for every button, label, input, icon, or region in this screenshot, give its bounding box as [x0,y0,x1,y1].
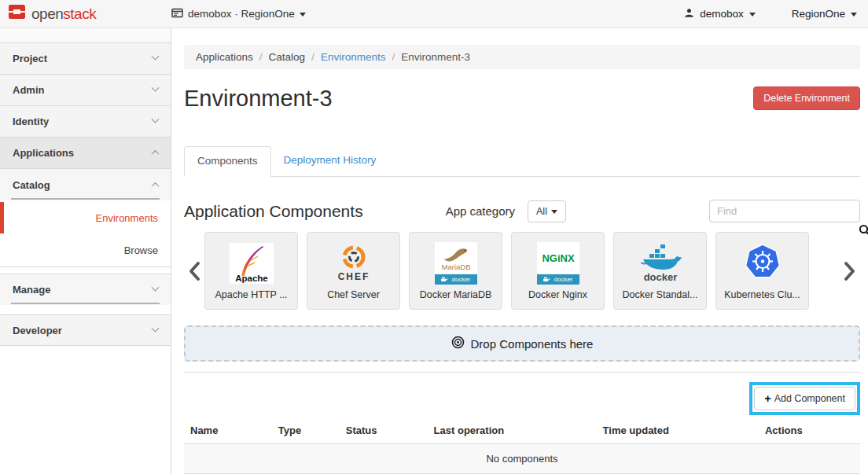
sidebar-top-strip [0,28,171,43]
add-component-button[interactable]: + Add Component [754,387,855,410]
svg-text:docker: docker [643,271,677,283]
tile-label: Docker Standal... [623,289,698,300]
sidebar-item-label: Browse [124,244,158,256]
svg-text:NGiNX: NGiNX [542,252,575,264]
search-icon[interactable] [859,224,868,240]
carousel-prev-button[interactable] [184,261,204,281]
carousel-next-button[interactable] [840,261,860,281]
app-category-dropdown[interactable]: All [528,200,566,222]
svg-text:MariaDB: MariaDB [441,263,470,271]
docker-strip: docker [435,274,477,285]
nginx-docker-logo-icon: NGiNX docker [537,241,579,285]
context-label: demobox · RegionOne [188,8,295,20]
chevron-up-icon [152,182,160,189]
column-header-time-updated: Time updated [597,417,759,444]
docker-strip-label: docker [451,276,470,283]
svg-text:Apache: Apache [235,274,268,283]
component-tile-kubernetes[interactable]: Kubernetes Clu... [715,232,809,310]
column-header-type: Type [272,417,340,444]
add-component-label: Add Component [774,393,845,404]
tab-bar: Components Deployment History [184,146,860,177]
column-header-status: Status [340,417,428,444]
column-header-last-operation: Last operation [428,417,597,444]
sidebar-item-label: Environments [96,212,158,224]
table-header-row: Name Type Status Last operation Time upd… [184,417,860,444]
breadcrumb-environments-link[interactable]: Environments [321,51,386,63]
column-header-name: Name [184,417,272,444]
sidebar-item-admin[interactable]: Admin [0,75,171,106]
caret-down-icon [851,13,857,17]
breadcrumb-separator: / [311,51,314,63]
user-icon [684,8,694,20]
tile-label: Chef Server [327,289,380,300]
tab-deployment-history[interactable]: Deployment History [271,146,389,176]
kubernetes-logo-icon [741,241,784,285]
chevron-down-icon [152,84,160,92]
breadcrumb-catalog: Catalog [269,51,306,63]
sidebar-item-manage[interactable]: Manage [0,274,171,305]
section-title: Application Components [184,202,363,221]
tab-components[interactable]: Components [184,146,271,177]
find-input[interactable] [709,200,860,222]
breadcrumb-current: Environment-3 [401,51,470,63]
component-tile-apache[interactable]: Apache Apache HTTP ... [204,232,298,310]
openstack-wordmark: openstack [31,6,96,23]
section-divider [184,372,860,373]
breadcrumb-applications: Applications [196,51,253,63]
sidebar-item-label: Catalog [13,179,50,191]
component-tile-chef[interactable]: CHEF Chef Server [307,232,400,310]
sidebar-item-label: Admin [13,84,44,96]
component-tile-docker-standalone[interactable]: docker Docker Standal... [613,232,707,310]
tile-label: Docker MariaDB [420,289,492,300]
sidebar: Project Admin Identity Applications Cata… [0,28,171,474]
sidebar-item-browse[interactable]: Browse [0,233,171,267]
chevron-down-icon [152,284,160,292]
empty-message: No components [184,444,860,474]
user-menu[interactable]: demobox [684,8,756,20]
page-title: Environment-3 [184,86,333,112]
empty-table-row: No components [184,444,860,474]
top-bar: openstack demobox · RegionOne demobox [0,0,868,28]
region-label: RegionOne [792,8,845,20]
tile-label: Apache HTTP ... [215,289,287,300]
chevron-down-icon [152,53,160,61]
main-content: Applications / Catalog / Environments / … [171,28,868,474]
breadcrumb-separator: / [259,51,263,63]
sidebar-item-applications[interactable]: Applications [0,138,171,169]
delete-environment-button[interactable]: Delete Environment [753,86,860,110]
tile-label: Kubernetes Clu... [724,289,800,300]
chef-logo-icon: CHEF [333,241,375,285]
region-menu[interactable]: RegionOne [792,8,857,20]
sidebar-item-project[interactable]: Project [0,43,171,75]
components-carousel: Apache Apache HTTP ... CHEF Ch [184,232,860,310]
caret-down-icon [300,13,306,17]
openstack-brand: openstack [8,4,171,24]
drop-components-zone[interactable]: Drop Components here [184,325,860,362]
sidebar-item-label: Developer [13,325,62,336]
sidebar-item-label: Identity [13,116,49,127]
breadcrumb: Applications / Catalog / Environments / … [184,45,860,69]
svg-text:CHEF: CHEF [337,271,370,282]
chevron-down-icon [152,116,160,123]
project-card-icon [171,8,183,20]
project-context-switcher[interactable]: demobox · RegionOne [171,8,306,20]
sidebar-item-label: Applications [13,147,74,159]
catalog-underline [11,198,160,200]
sidebar-item-catalog[interactable]: Catalog [0,169,171,200]
highlight-annotation-box: + Add Component [749,382,860,415]
components-table: Name Type Status Last operation Time upd… [184,417,860,474]
component-tile-docker-nginx[interactable]: NGiNX docker Docker Nginx [511,232,605,310]
component-tile-docker-mariadb[interactable]: MariaDB docker Docker MariaDB [409,232,502,310]
sidebar-item-environments[interactable]: Environments [0,202,171,233]
app-category-value: All [536,206,547,217]
sidebar-item-label: Project [13,53,47,64]
column-header-actions: Actions [759,417,860,444]
chevron-up-icon [152,150,160,158]
mariadb-docker-logo-icon: MariaDB docker [435,241,477,285]
sidebar-item-developer[interactable]: Developer [0,314,171,346]
docker-strip-label: docker [554,276,572,283]
user-label: demobox [700,8,744,20]
docker-strip: docker [537,274,579,285]
sidebar-item-identity[interactable]: Identity [0,106,171,138]
tile-label: Docker Nginx [528,289,587,300]
